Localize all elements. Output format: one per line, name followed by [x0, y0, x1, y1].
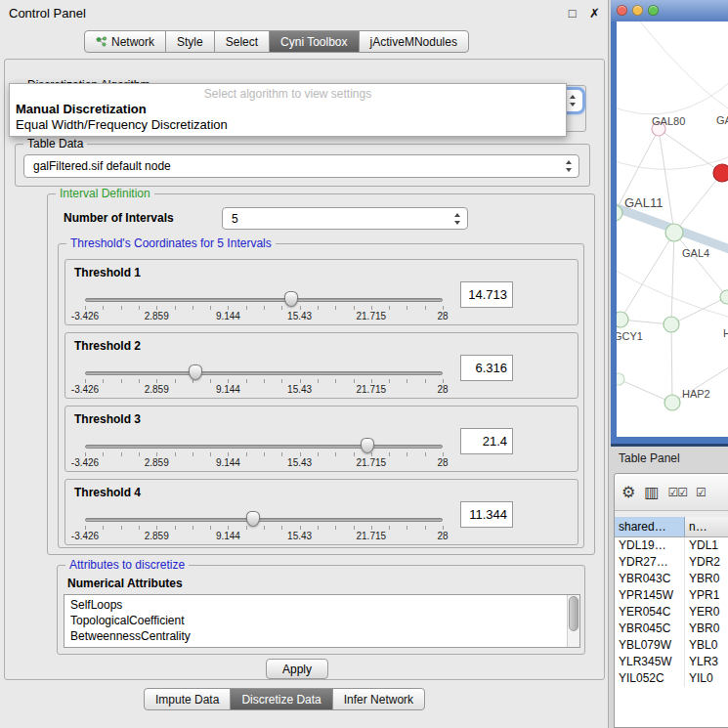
table-row[interactable]: YER054CYER0: [615, 604, 728, 621]
network-node[interactable]: [664, 395, 680, 410]
float-window-icon[interactable]: □: [569, 6, 577, 21]
tab-label: Select: [226, 35, 258, 49]
threshold-slider[interactable]: -3.4262.8599.14415.4321.71528: [85, 436, 443, 471]
table-row[interactable]: YIL052CYIL0: [615, 670, 728, 687]
scale-label: 9.144: [216, 384, 240, 395]
scale-label: 15.43: [287, 531, 312, 541]
network-window: GAL80GAGAL11GAL4GCY1HHAP2: [611, 0, 728, 447]
scale-label: -3.426: [71, 384, 99, 395]
column-header[interactable]: n…: [685, 517, 728, 536]
tick-mark: [103, 306, 104, 310]
slider-thumb[interactable]: [189, 364, 202, 380]
tick-mark: [281, 379, 282, 383]
list-scrollbar[interactable]: [567, 595, 579, 647]
tab-impute-data[interactable]: Impute Data: [145, 689, 230, 709]
top-tabbar: NetworkStyleSelectCyni ToolboxjActiveMNo…: [84, 30, 469, 53]
table-data-value: galFiltered.sif default node: [33, 159, 171, 173]
tab-select[interactable]: Select: [214, 31, 269, 52]
network-edge: [621, 233, 674, 320]
tab-label: Infer Network: [344, 693, 413, 707]
dropdown-option[interactable]: Manual Discretization: [10, 102, 566, 117]
threshold-slider[interactable]: -3.4262.8599.14415.4321.71528: [85, 509, 443, 544]
table-row[interactable]: YPR145WYPR1: [615, 587, 728, 604]
network-titlebar[interactable]: [611, 0, 728, 21]
slider-track[interactable]: [85, 445, 443, 449]
tab-network[interactable]: Network: [85, 31, 165, 52]
table-row[interactable]: YBR045CYBR0: [615, 621, 728, 637]
table-data-combobox[interactable]: galFiltered.sif default node: [23, 154, 579, 178]
tab-jactivemnodules[interactable]: jActiveMNodules: [359, 31, 468, 52]
num-intervals-combobox[interactable]: 5: [222, 207, 468, 230]
table-data-group: Table Data galFiltered.sif default node: [15, 144, 590, 187]
list-item[interactable]: SelfLoops: [64, 597, 579, 613]
slider-track[interactable]: [85, 298, 443, 302]
threshold-value-field[interactable]: 11.344: [460, 501, 513, 528]
table-data-group-title: Table Data: [23, 137, 87, 150]
network-node-label: GA: [716, 114, 728, 126]
table-row[interactable]: YBR043CYBR0: [615, 571, 728, 587]
tab-discretize-data[interactable]: Discretize Data: [230, 689, 331, 709]
combobox-stepper-icon[interactable]: [565, 158, 574, 174]
tick-mark: [156, 526, 157, 530]
network-node[interactable]: [713, 164, 728, 182]
slider-thumb[interactable]: [284, 291, 298, 307]
table-row[interactable]: YBL079WYBL0: [615, 637, 728, 654]
list-item[interactable]: BetweennessCentrality: [64, 628, 579, 644]
combobox-stepper-icon[interactable]: [569, 93, 578, 108]
tick-mark: [246, 526, 247, 530]
select-rows-icon[interactable]: ☑: [696, 487, 707, 498]
table-row[interactable]: YDL19…YDL1: [615, 537, 728, 554]
tab-label: Impute Data: [155, 693, 219, 707]
slider-scale: -3.4262.8599.14415.4321.71528: [85, 311, 443, 322]
threshold-value-field[interactable]: 14.713: [460, 281, 513, 308]
tick-mark: [193, 306, 193, 310]
tick-mark: [371, 452, 372, 456]
network-node[interactable]: [665, 224, 683, 241]
tab-infer-network[interactable]: Infer Network: [332, 689, 424, 709]
tick-mark: [85, 526, 86, 530]
network-node[interactable]: [720, 290, 728, 304]
table-row[interactable]: YDR27…YDR2: [615, 554, 728, 571]
threshold-box: Threshold 1-3.4262.8599.14415.4321.71528…: [64, 259, 578, 325]
combobox-stepper-icon[interactable]: [453, 211, 462, 227]
tick-mark: [407, 452, 407, 456]
thresholds-group: Threshold's Coordinates for 5 Intervals …: [58, 243, 584, 548]
discretize-panel: Discretization Algorithm Select algorith…: [4, 59, 605, 680]
slider-thumb[interactable]: [361, 438, 374, 453]
scrollbar-thumb[interactable]: [569, 596, 578, 631]
attributes-list[interactable]: SelfLoopsTopologicalCoefficientBetweenne…: [64, 594, 580, 648]
column-layout-icon[interactable]: ▥: [644, 485, 659, 500]
table-row[interactable]: YLR345WYLR3: [615, 654, 728, 670]
settings-icon[interactable]: ⚙: [621, 485, 635, 500]
network-node[interactable]: [617, 373, 624, 385]
zoom-traffic-light[interactable]: [648, 5, 659, 16]
num-intervals-value: 5: [232, 212, 238, 226]
minimize-traffic-light[interactable]: [632, 5, 643, 16]
network-node[interactable]: [617, 312, 628, 327]
threshold-slider[interactable]: -3.4262.8599.14415.4321.71528: [85, 289, 443, 324]
threshold-slider[interactable]: -3.4262.8599.14415.4321.71528: [85, 363, 443, 398]
close-icon[interactable]: ✗: [589, 6, 600, 21]
tab-style[interactable]: Style: [165, 31, 214, 52]
apply-button[interactable]: Apply: [266, 659, 328, 679]
threshold-value-field[interactable]: 6.316: [460, 355, 513, 381]
slider-scale: -3.4262.8599.14415.4321.71528: [85, 384, 443, 396]
list-item[interactable]: TopologicalCoefficient: [64, 613, 579, 628]
slider-track[interactable]: [85, 518, 443, 522]
network-canvas[interactable]: GAL80GAGAL11GAL4GCY1HHAP2: [617, 21, 728, 437]
threshold-value-field[interactable]: 21.4: [460, 428, 513, 454]
close-traffic-light[interactable]: [617, 5, 627, 16]
slider-track[interactable]: [85, 371, 443, 375]
tick-mark: [300, 526, 301, 530]
threshold-box: Threshold 3-3.4262.8599.14415.4321.71528…: [64, 406, 578, 472]
select-columns-icon[interactable]: ☑☑: [667, 487, 687, 498]
scale-label: 28: [437, 531, 448, 541]
network-graph: GAL80GAGAL11GAL4GCY1HHAP2: [617, 21, 728, 437]
slider-thumb[interactable]: [246, 511, 260, 527]
threshold-box: Threshold 4-3.4262.8599.14415.4321.71528…: [64, 479, 578, 545]
column-header[interactable]: shared…: [615, 517, 685, 536]
tab-cyni-toolbox[interactable]: Cyni Toolbox: [269, 31, 358, 52]
table-cell: YBR0: [685, 571, 728, 587]
network-node[interactable]: [664, 317, 679, 332]
dropdown-option[interactable]: Equal Width/Frequency Discretization: [10, 117, 566, 133]
